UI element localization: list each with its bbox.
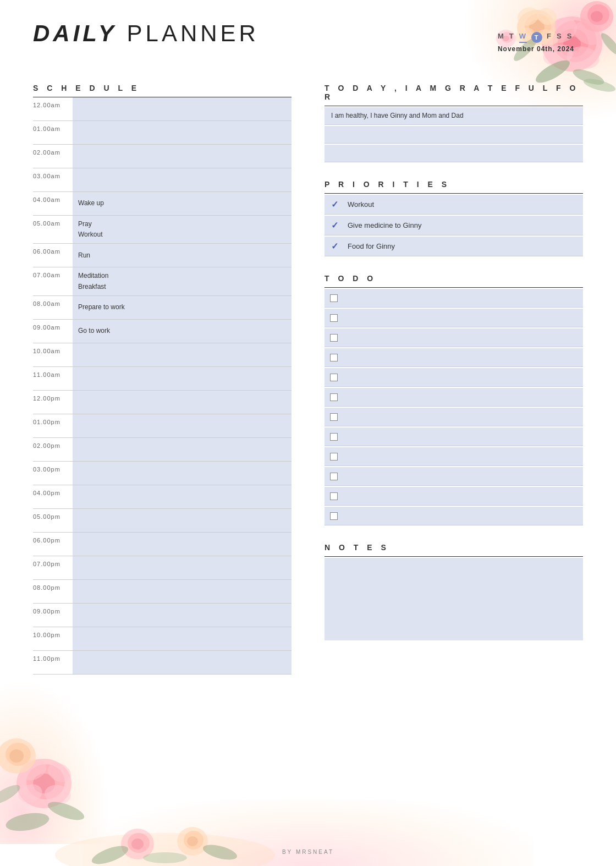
todo-checkbox[interactable] [330, 294, 338, 302]
schedule-cell[interactable] [73, 367, 292, 390]
grateful-row[interactable] [324, 126, 583, 144]
grateful-section: T O D A Y , I A M G R A T E F U L F O R … [324, 79, 583, 162]
schedule-cell[interactable] [73, 485, 292, 508]
day-F: F [547, 32, 552, 43]
task-text: Pray [78, 219, 286, 229]
priority-text: Food for Ginny [348, 242, 395, 250]
grateful-row[interactable] [324, 145, 583, 162]
schedule-cell[interactable]: PrayWorkout [73, 216, 292, 243]
schedule-cell[interactable] [73, 438, 292, 461]
priority-checkmark-icon: ✓ [331, 199, 341, 210]
todo-checkbox[interactable] [330, 492, 338, 500]
schedule-cell[interactable]: Run [73, 244, 292, 267]
schedule-cell[interactable] [73, 627, 292, 650]
grateful-title: T O D A Y , I A M G R A T E F U L F O R [324, 79, 583, 101]
footer: BY MRSNEAT [0, 849, 616, 855]
time-label: 11.00pm [33, 651, 73, 674]
todo-checkbox[interactable] [330, 453, 338, 461]
time-label: 09.00am [33, 320, 73, 343]
page-content: DAILY PLANNER M T W T F S S November 04t… [0, 0, 616, 719]
schedule-cell[interactable] [73, 533, 292, 556]
footer-text: BY MRSNEAT [282, 849, 334, 855]
day-W: W [519, 32, 527, 43]
time-label: 02.00pm [33, 438, 73, 461]
schedule-row: 06.00pm [33, 533, 292, 556]
grateful-row[interactable]: I am healthy, I have Ginny and Mom and D… [324, 107, 583, 125]
schedule-cell[interactable] [73, 391, 292, 414]
svg-point-37 [46, 798, 86, 824]
todo-row [324, 408, 583, 426]
svg-point-27 [26, 764, 65, 799]
task-text: Wake up [78, 198, 286, 209]
grateful-divider [324, 106, 583, 106]
schedule-cell[interactable] [73, 556, 292, 579]
todo-checkbox[interactable] [330, 473, 338, 480]
todo-checkbox[interactable] [330, 354, 338, 361]
priorities-divider [324, 193, 583, 194]
schedule-row: 03.00pm [33, 462, 292, 485]
schedule-cell[interactable]: Wake up [73, 192, 292, 215]
schedule-row: 02.00am [33, 145, 292, 168]
notes-section: N O T E S [324, 539, 583, 640]
schedule-cell[interactable]: Prepare to work [73, 296, 292, 319]
todo-row [324, 348, 583, 367]
svg-point-33 [0, 738, 36, 774]
svg-point-29 [16, 756, 49, 784]
schedule-cell[interactable]: Go to work [73, 320, 292, 343]
svg-point-38 [0, 781, 23, 807]
svg-point-36 [4, 810, 51, 834]
notes-divider [324, 556, 583, 557]
todo-checkbox[interactable] [330, 314, 338, 322]
todo-title: T O D O [324, 270, 583, 283]
schedule-row: 12.00am [33, 97, 292, 121]
schedule-cell[interactable] [73, 145, 292, 168]
todo-checkbox[interactable] [330, 374, 338, 381]
schedule-cell[interactable] [73, 580, 292, 603]
todo-checkbox[interactable] [330, 393, 338, 401]
notes-area[interactable] [324, 558, 583, 640]
time-label: 12.00pm [33, 391, 73, 414]
day-T2-active: T [531, 32, 542, 43]
priority-row: ✓Food for Ginny [324, 237, 583, 256]
todo-checkbox[interactable] [330, 334, 338, 342]
svg-point-31 [43, 783, 72, 806]
schedule-row: 08.00pm [33, 580, 292, 604]
svg-point-45 [187, 836, 198, 846]
schedule-cell[interactable] [73, 121, 292, 144]
schedule-cell[interactable] [73, 509, 292, 532]
schedule-cell[interactable] [73, 462, 292, 485]
priority-row: ✓Workout [324, 195, 583, 215]
todo-checkbox[interactable] [330, 512, 338, 520]
time-label: 05.00am [33, 216, 73, 243]
day-M: M [498, 32, 505, 43]
schedule-cell[interactable] [73, 168, 292, 191]
todo-row [324, 368, 583, 387]
priorities-section: P R I O R I T I E S ✓Workout✓Give medici… [324, 176, 583, 256]
todo-row [324, 447, 583, 466]
schedule-row: 09.00amGo to work [33, 320, 292, 343]
time-label: 11.00am [33, 367, 73, 390]
todo-checkbox[interactable] [330, 433, 338, 441]
schedule-row: 11.00pm [33, 651, 292, 675]
todo-checkbox[interactable] [330, 413, 338, 421]
schedule-cell[interactable] [73, 651, 292, 674]
schedule-row: 06.00amRun [33, 244, 292, 267]
schedule-cell[interactable] [73, 343, 292, 366]
schedule-cell[interactable] [73, 97, 292, 120]
priority-row: ✓Give medicine to Ginny [324, 216, 583, 235]
day-S2: S [567, 32, 573, 43]
task-text: Breakfast [78, 282, 286, 292]
svg-point-26 [16, 759, 72, 808]
todo-rows-container [324, 289, 583, 525]
time-label: 08.00am [33, 296, 73, 319]
day-S1: S [557, 32, 563, 43]
schedule-row: 09.00pm [33, 604, 292, 627]
schedule-row: 04.00amWake up [33, 192, 292, 216]
schedule-row: 01.00am [33, 121, 292, 145]
schedule-cell[interactable] [73, 604, 292, 627]
right-column: T O D A Y , I A M G R A T E F U L F O R … [324, 79, 583, 640]
time-label: 03.00am [33, 168, 73, 191]
task-text: Workout [78, 229, 286, 240]
schedule-cell[interactable]: MeditationBreakfast [73, 267, 292, 295]
schedule-cell[interactable] [73, 414, 292, 437]
